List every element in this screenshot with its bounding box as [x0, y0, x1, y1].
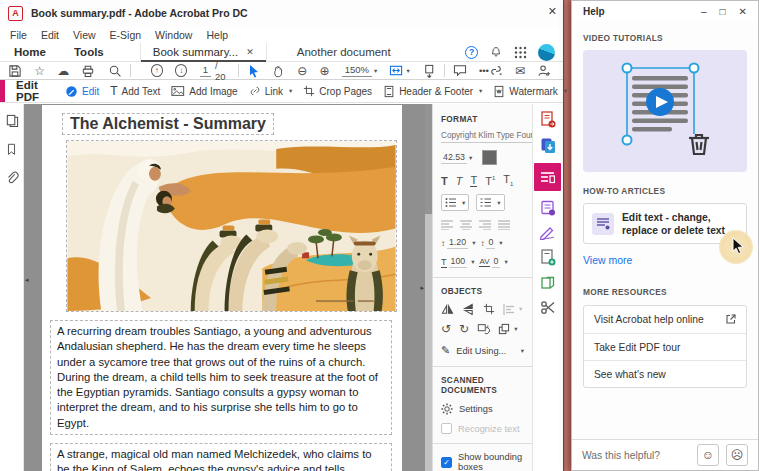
- bookmarks-icon[interactable]: [5, 143, 18, 156]
- create-pdf-tool-icon[interactable]: [540, 249, 556, 266]
- help-maximize-button[interactable]: □: [720, 6, 726, 17]
- page-number-input[interactable]: 1: [200, 64, 211, 77]
- align-objects-dropdown[interactable]: ▾: [503, 304, 522, 315]
- paragraph-2-textbox[interactable]: A strange, magical old man named Melchiz…: [50, 443, 392, 471]
- tab-close-icon[interactable]: ✕: [246, 47, 254, 57]
- menu-file[interactable]: File: [10, 29, 27, 41]
- feedback-negative-button[interactable]: ☹: [726, 444, 748, 466]
- zoom-out-icon[interactable]: ⊖: [297, 65, 307, 77]
- zoom-caret-icon[interactable]: ▾: [374, 67, 377, 75]
- line-spacing-control[interactable]: ↕ 1.20 ▾: [441, 237, 475, 249]
- resource-whats-new[interactable]: See what's new: [584, 360, 746, 387]
- font-size-dropdown[interactable]: 42.53: [441, 152, 467, 164]
- watermark-button[interactable]: Watermark ▾: [493, 85, 567, 98]
- align-right-icon[interactable]: [479, 220, 491, 230]
- arrange-dropdown[interactable]: ▾: [498, 323, 517, 335]
- show-bounding-boxes-row[interactable]: ✓ Show bounding boxes: [441, 452, 524, 471]
- font-family-dropdown[interactable]: Copyright Klim Type Foundry ▾: [441, 131, 532, 143]
- horizontal-scale-control[interactable]: T 100 ▾: [441, 256, 474, 268]
- zoom-level-value[interactable]: 150%: [342, 64, 372, 77]
- app-grid-icon[interactable]: [514, 46, 527, 59]
- add-image-button[interactable]: Add Image: [171, 85, 237, 97]
- comment-tool-icon[interactable]: [540, 200, 556, 216]
- more-tools-ellipsis[interactable]: •••: [479, 65, 489, 76]
- superscript-button[interactable]: T1: [485, 175, 495, 187]
- flip-vertical-icon[interactable]: [462, 303, 475, 315]
- menu-help[interactable]: Help: [206, 29, 228, 41]
- export-pdf-red-icon[interactable]: [540, 111, 556, 128]
- align-justify-icon[interactable]: [498, 220, 510, 230]
- tab-document-active[interactable]: Book summary... ✕: [140, 43, 267, 61]
- page-thumbnails-icon[interactable]: [5, 114, 19, 128]
- tab-tools[interactable]: Tools: [60, 46, 118, 58]
- link-button[interactable]: Link ▾: [249, 85, 293, 97]
- resource-edit-tour[interactable]: Take Edit PDF tour: [584, 333, 746, 360]
- fit-caret-icon[interactable]: ▾: [406, 67, 409, 75]
- document-viewport[interactable]: The Alchemist - Summary: [24, 104, 432, 471]
- save-icon[interactable]: [8, 64, 22, 78]
- feedback-positive-button[interactable]: ☺: [697, 444, 719, 466]
- crop-pages-button[interactable]: Crop Pages: [303, 85, 372, 97]
- help-question-icon[interactable]: ?: [465, 46, 478, 59]
- favorite-star-icon[interactable]: ☆: [34, 65, 45, 77]
- export-pdf-blue-icon[interactable]: [540, 137, 556, 154]
- organize-pages-tool-icon[interactable]: [540, 275, 556, 291]
- tab-home[interactable]: Home: [0, 46, 60, 58]
- add-user-icon[interactable]: [537, 64, 551, 78]
- replace-image-icon[interactable]: [477, 323, 490, 335]
- subscript-button[interactable]: T1: [503, 173, 513, 187]
- previous-page-icon[interactable]: ↑: [151, 64, 163, 77]
- print-icon[interactable]: [81, 64, 95, 78]
- comment-icon[interactable]: [453, 64, 467, 77]
- next-page-icon[interactable]: ↓: [175, 64, 187, 77]
- collapse-right-panel-icon[interactable]: ▸: [420, 284, 424, 292]
- collapse-left-panel-icon[interactable]: ◂: [25, 276, 29, 284]
- edit-using-menu[interactable]: ✎ Edit Using... ▾: [441, 344, 524, 357]
- email-envelope-icon[interactable]: ✉: [515, 65, 525, 77]
- pdf-page[interactable]: The Alchemist - Summary: [42, 105, 402, 471]
- rotate-cw-icon[interactable]: ↻: [459, 322, 469, 336]
- scan-settings-button[interactable]: Settings: [441, 403, 524, 415]
- search-icon[interactable]: [108, 64, 122, 78]
- underline-button[interactable]: T: [470, 174, 477, 187]
- book-cover-illustration[interactable]: [66, 140, 397, 312]
- tab-document-other[interactable]: Another document: [285, 43, 403, 61]
- zoom-in-icon[interactable]: ⊕: [319, 65, 329, 77]
- menu-esign[interactable]: E-Sign: [110, 29, 142, 41]
- show-bounding-boxes-checkbox[interactable]: ✓: [441, 457, 452, 468]
- bold-button[interactable]: T: [441, 175, 448, 187]
- font-color-swatch[interactable]: [482, 150, 497, 165]
- attachments-paperclip-icon[interactable]: [5, 171, 19, 185]
- scrollbar-thumb[interactable]: [425, 104, 432, 214]
- fill-sign-tool-icon[interactable]: [539, 225, 556, 240]
- fit-width-icon[interactable]: [389, 64, 404, 77]
- add-text-button[interactable]: T Add Text: [110, 84, 160, 98]
- character-spacing-control[interactable]: AV 0 ▾: [479, 256, 507, 268]
- edit-tool-button[interactable]: Edit: [65, 85, 99, 98]
- window-close-button[interactable]: ✕: [548, 5, 557, 18]
- help-minimize-button[interactable]: –: [701, 6, 707, 17]
- menu-view[interactable]: View: [73, 29, 96, 41]
- edit-pdf-tool-active[interactable]: [534, 163, 561, 191]
- paragraph-1-textbox[interactable]: A recurring dream troubles Santiago, a y…: [50, 320, 392, 435]
- numbered-list-dropdown[interactable]: ▾: [476, 194, 504, 211]
- resource-help-online[interactable]: Visit Acrobat help online: [584, 306, 746, 333]
- flip-horizontal-icon[interactable]: [441, 303, 454, 315]
- document-scrollbar[interactable]: [425, 104, 432, 471]
- bulleted-list-dropdown[interactable]: ▾: [441, 194, 469, 211]
- hand-pan-icon[interactable]: [272, 64, 285, 78]
- user-avatar[interactable]: [538, 44, 555, 61]
- notifications-bell-icon[interactable]: [489, 45, 503, 59]
- help-close-button[interactable]: ✕: [739, 6, 747, 17]
- select-cursor-icon[interactable]: [247, 64, 260, 78]
- video-tutorial-thumbnail[interactable]: [583, 50, 747, 172]
- page-scrolling-icon[interactable]: [422, 64, 436, 78]
- paragraph-spacing-control[interactable]: ↕ 0 ▾: [480, 237, 502, 249]
- rotate-ccw-icon[interactable]: ↺: [441, 322, 451, 336]
- crop-object-icon[interactable]: [483, 303, 495, 315]
- menu-edit[interactable]: Edit: [41, 29, 59, 41]
- italic-button[interactable]: T: [456, 175, 463, 187]
- align-left-icon[interactable]: [441, 220, 453, 230]
- align-center-icon[interactable]: [460, 220, 472, 230]
- document-title-textbox[interactable]: The Alchemist - Summary: [62, 113, 274, 135]
